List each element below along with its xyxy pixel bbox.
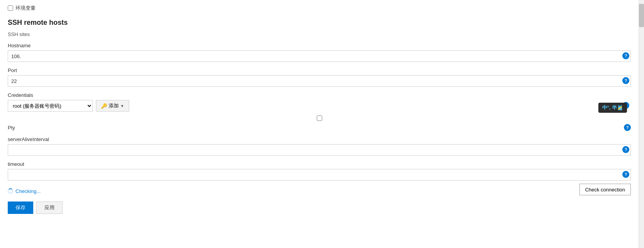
env-var-label: 环境变量 [15, 5, 36, 12]
port-help-icon[interactable]: ? [622, 77, 629, 84]
add-button-label: 添加 [109, 102, 119, 109]
hostname-input[interactable] [8, 50, 631, 62]
timeout-label: timeout [8, 161, 631, 167]
scrollbar[interactable] [639, 0, 644, 248]
apply-button[interactable]: 应用 [36, 202, 63, 214]
port-field-wrapper: Port [8, 67, 631, 87]
section-title: SSH remote hosts [8, 19, 631, 27]
section-subtitle: SSH sites [8, 31, 631, 37]
port-label: Port [8, 67, 631, 73]
credentials-row: root (服务器账号密码) 🔑 添加 ▼ [8, 100, 631, 112]
server-alive-input[interactable] [8, 144, 631, 156]
check-connection-button[interactable]: Check connection [579, 184, 631, 195]
spinner-icon [8, 188, 13, 194]
ime-toolbar-text: 中°, 半🎽 [602, 104, 623, 111]
save-button[interactable]: 保存 [8, 202, 33, 214]
credentials-label: Credentials [8, 92, 631, 98]
timeout-field-wrapper: timeout [8, 161, 631, 181]
checking-status-row: Checking... [8, 188, 41, 194]
bottom-buttons: 保存 应用 [8, 202, 631, 214]
credentials-field-wrapper: Credentials root (服务器账号密码) 🔑 添加 ▼ [8, 92, 631, 112]
port-input[interactable] [8, 75, 631, 87]
key-icon: 🔑 [101, 103, 107, 109]
hostname-label: Hostname [8, 43, 631, 48]
timeout-input[interactable] [8, 169, 631, 181]
server-alive-label: serverAliveInterval [8, 136, 631, 142]
scrollbar-thumb[interactable] [639, 4, 644, 27]
env-var-row: 环境变量 [8, 5, 631, 12]
pty-row: Pty [8, 125, 624, 131]
hostname-field-wrapper: Hostname [8, 43, 631, 62]
env-var-checkbox[interactable] [8, 5, 13, 11]
server-alive-field-wrapper: serverAliveInterval [8, 136, 631, 156]
center-checkbox[interactable] [317, 115, 322, 121]
server-alive-help-icon[interactable]: ? [622, 146, 629, 153]
bottom-action-row: Checking... Check connection [8, 184, 631, 195]
pty-label: Pty [8, 125, 15, 131]
credentials-select[interactable]: root (服务器账号密码) [8, 100, 93, 112]
ime-toolbar: 中°, 半🎽 [598, 103, 627, 113]
add-credential-button[interactable]: 🔑 添加 ▼ [96, 100, 129, 112]
checking-label: Checking... [15, 188, 41, 194]
center-checkbox-row [8, 115, 631, 121]
timeout-help-icon[interactable]: ? [622, 171, 629, 178]
dropdown-arrow-icon: ▼ [120, 104, 124, 108]
pty-help-icon[interactable]: ? [624, 124, 631, 131]
hostname-help-icon[interactable]: ? [622, 52, 629, 59]
